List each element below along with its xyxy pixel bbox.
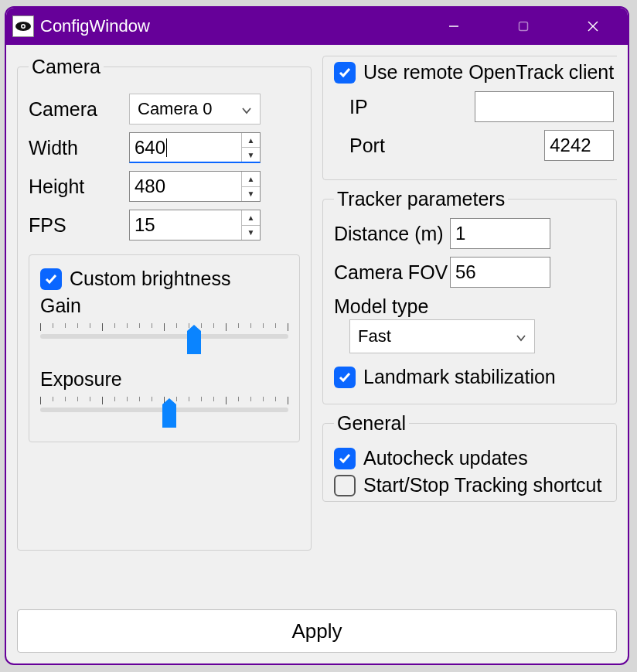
landmark-stab-checkbox[interactable] <box>334 367 356 388</box>
use-remote-checkbox[interactable] <box>334 62 356 84</box>
custom-brightness-checkbox[interactable] <box>40 268 62 290</box>
gain-slider-thumb[interactable] <box>187 331 201 354</box>
titlebar: ConfigWindow <box>6 8 628 45</box>
check-icon <box>338 66 352 80</box>
exposure-slider[interactable] <box>40 394 288 428</box>
fov-input[interactable]: 56 <box>450 257 550 288</box>
use-remote-label: Use remote OpenTrack client <box>363 61 614 84</box>
general-legend: General <box>334 412 409 435</box>
tracker-legend: Tracker parameters <box>334 188 508 210</box>
port-input[interactable]: 4242 <box>544 130 614 161</box>
camera-legend: Camera <box>29 56 104 78</box>
general-group: General Autocheck updates Start/Stop Tra… <box>322 412 617 502</box>
fps-value: 15 <box>135 214 155 236</box>
width-value: 640 <box>135 137 165 159</box>
fps-step-up[interactable]: ▲ <box>242 210 260 226</box>
apply-label: Apply <box>291 619 342 643</box>
exposure-label: Exposure <box>40 368 288 391</box>
height-label: Height <box>29 176 129 198</box>
shortcut-label: Start/Stop Tracking shortcut <box>363 474 601 496</box>
autocheck-checkbox[interactable] <box>334 448 356 469</box>
remote-group: Use remote OpenTrack client IP Port 4242 <box>322 56 617 180</box>
brightness-group: Custom brightness Gain <box>29 254 300 442</box>
minimize-icon <box>448 21 459 32</box>
height-step-up[interactable]: ▲ <box>242 172 260 187</box>
maximize-button[interactable] <box>489 8 558 45</box>
model-type-select[interactable]: Fast <box>349 319 535 353</box>
distance-input[interactable]: 1 <box>450 218 550 249</box>
shortcut-checkbox[interactable] <box>334 475 356 496</box>
height-value: 480 <box>135 176 165 197</box>
distance-value: 1 <box>455 223 465 244</box>
autocheck-label: Autocheck updates <box>363 447 528 469</box>
app-icon <box>12 15 34 37</box>
ip-label: IP <box>349 96 419 118</box>
chevron-down-icon <box>241 99 252 119</box>
minimize-button[interactable] <box>419 8 489 45</box>
window-title: ConfigWindow <box>40 16 150 36</box>
fps-label: FPS <box>29 214 129 237</box>
ip-input[interactable] <box>475 91 614 122</box>
fps-step-down[interactable]: ▼ <box>242 226 260 240</box>
close-button[interactable] <box>558 8 628 45</box>
tracker-group: Tracker parameters Distance (m) 1 Camera… <box>322 188 617 404</box>
camera-select[interactable]: Camera 0 <box>129 94 261 125</box>
close-icon <box>587 20 599 32</box>
camera-select-value: Camera 0 <box>138 99 213 119</box>
gain-label: Gain <box>40 295 288 317</box>
port-value: 4242 <box>550 135 591 156</box>
custom-brightness-label: Custom brightness <box>70 268 230 290</box>
distance-label: Distance (m) <box>334 223 450 245</box>
width-step-down[interactable]: ▼ <box>242 148 260 162</box>
model-type-label: Model type <box>334 295 605 318</box>
camera-select-label: Camera <box>29 98 129 121</box>
check-icon <box>338 452 352 466</box>
maximize-icon <box>518 21 529 32</box>
height-spinbox[interactable]: 480 ▲ ▼ <box>129 171 261 202</box>
fov-value: 56 <box>455 261 476 283</box>
camera-group: Camera Camera Camera 0 Width <box>17 56 312 551</box>
apply-button[interactable]: Apply <box>17 609 617 653</box>
landmark-stab-label: Landmark stabilization <box>363 366 556 388</box>
model-type-value: Fast <box>358 326 391 346</box>
config-window: ConfigWindow Camera Camera Camera 0 <box>5 6 629 665</box>
content-area: Camera Camera Camera 0 Width <box>6 45 628 663</box>
width-label: Width <box>29 137 129 159</box>
gain-slider[interactable] <box>40 320 288 354</box>
width-step-up[interactable]: ▲ <box>242 133 260 148</box>
port-label: Port <box>349 135 419 157</box>
fov-label: Camera FOV <box>334 261 450 284</box>
svg-point-2 <box>22 26 25 28</box>
width-spinbox[interactable]: 640 ▲ ▼ <box>129 132 261 163</box>
height-step-down[interactable]: ▼ <box>242 187 260 202</box>
check-icon <box>44 272 58 286</box>
svg-rect-4 <box>519 22 528 31</box>
fps-spinbox[interactable]: 15 ▲ ▼ <box>129 210 261 240</box>
chevron-down-icon <box>516 326 526 346</box>
check-icon <box>338 370 352 384</box>
exposure-slider-thumb[interactable] <box>162 404 176 428</box>
